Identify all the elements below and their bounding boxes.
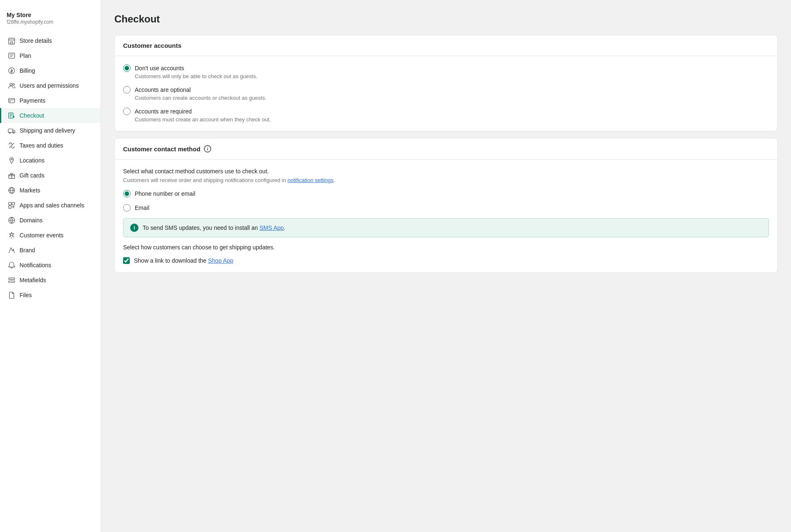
info-icon-contact[interactable]: i xyxy=(204,145,211,153)
shop-app-label[interactable]: Show a link to download the Shop App xyxy=(134,257,233,264)
sidebar-label-taxes: Taxes and duties xyxy=(20,142,63,149)
sidebar-item-checkout[interactable]: Checkout xyxy=(0,108,101,123)
radio-required[interactable] xyxy=(123,108,131,115)
sidebar-label-apps: Apps and sales channels xyxy=(20,202,84,209)
radio-optional[interactable] xyxy=(123,86,131,94)
sidebar-label-payments: Payments xyxy=(20,97,45,104)
radio-label-required[interactable]: Accounts are required xyxy=(123,108,769,115)
contact-subdesc: Customers will receive order and shippin… xyxy=(123,177,769,183)
radio-desc-required: Customers must create an account when th… xyxy=(135,116,769,123)
sidebar-label-store-details: Store details xyxy=(20,37,52,44)
sidebar-item-shipping[interactable]: Shipping and delivery xyxy=(0,123,101,138)
sidebar-item-customer-events[interactable]: Customer events xyxy=(0,228,101,243)
sidebar-item-plan[interactable]: Plan xyxy=(0,48,101,63)
contact-description: Select what contact method customers use… xyxy=(123,168,769,175)
radio-label-phone-email[interactable]: Phone number or email xyxy=(123,190,769,197)
radio-text-phone-email: Phone number or email xyxy=(135,190,195,197)
sidebar-item-taxes[interactable]: Taxes and duties xyxy=(0,138,101,153)
sidebar-label-files: Files xyxy=(20,292,32,298)
sidebar-item-domains[interactable]: Domains xyxy=(0,213,101,228)
apps-icon xyxy=(8,202,15,209)
main-content: Checkout Customer accounts Don't use acc… xyxy=(101,0,791,532)
shipping-updates-label: Select how customers can choose to get s… xyxy=(123,244,769,251)
domains-icon xyxy=(8,217,15,224)
taxes-icon xyxy=(8,142,15,149)
shop-app-link[interactable]: Shop App xyxy=(208,257,233,264)
shop-app-checkbox-row: Show a link to download the Shop App xyxy=(123,257,769,264)
radio-text-email: Email xyxy=(135,204,149,211)
sidebar-item-payments[interactable]: Payments xyxy=(0,93,101,108)
sidebar-item-locations[interactable]: Locations xyxy=(0,153,101,168)
customer-contact-body: Select what contact method customers use… xyxy=(115,160,777,272)
shop-app-checkbox[interactable] xyxy=(123,257,130,264)
radio-text-required: Accounts are required xyxy=(135,108,192,115)
sidebar-item-files[interactable]: Files xyxy=(0,288,101,303)
radio-no-accounts[interactable] xyxy=(123,64,131,72)
sidebar-label-billing: Billing xyxy=(20,67,35,74)
svg-rect-19 xyxy=(9,278,15,280)
events-icon xyxy=(8,232,15,239)
app-layout: My Store f28ffe.myshopify.com Store deta… xyxy=(0,0,791,532)
sidebar-item-users[interactable]: Users and permissions xyxy=(0,78,101,93)
sidebar-item-apps[interactable]: Apps and sales channels xyxy=(0,198,101,213)
sidebar-label-customer-events: Customer events xyxy=(20,232,64,239)
sidebar-label-markets: Markets xyxy=(20,187,40,194)
sms-text-prefix: To send SMS updates, you need to install… xyxy=(143,224,260,231)
checkout-icon xyxy=(8,112,15,119)
metafields-icon xyxy=(8,276,15,284)
gift-icon xyxy=(8,172,15,179)
sidebar-item-metafields[interactable]: Metafields xyxy=(0,273,101,288)
svg-rect-2 xyxy=(9,53,15,59)
radio-phone-email[interactable] xyxy=(123,190,131,197)
svg-point-5 xyxy=(12,84,15,86)
sms-app-link[interactable]: SMS App xyxy=(260,224,284,231)
radio-desc-no-accounts: Customers will only be able to check out… xyxy=(135,73,769,79)
svg-point-4 xyxy=(10,84,12,86)
svg-rect-6 xyxy=(9,99,15,103)
sidebar-label-users: Users and permissions xyxy=(20,82,79,89)
sidebar-label-plan: Plan xyxy=(20,52,31,59)
customer-contact-title: Customer contact method xyxy=(123,145,200,153)
radio-label-optional[interactable]: Accounts are optional xyxy=(123,86,769,94)
files-icon xyxy=(8,291,15,299)
sidebar-label-metafields: Metafields xyxy=(20,277,46,283)
sidebar-label-notifications: Notifications xyxy=(20,262,51,268)
radio-label-no-accounts[interactable]: Don't use accounts xyxy=(123,64,769,72)
sidebar-item-gift-cards[interactable]: Gift cards xyxy=(0,168,101,183)
sidebar-item-brand[interactable]: Brand xyxy=(0,243,101,258)
svg-point-10 xyxy=(9,132,10,133)
sidebar-label-domains: Domains xyxy=(20,217,42,224)
radio-text-optional: Accounts are optional xyxy=(135,86,191,93)
sidebar: My Store f28ffe.myshopify.com Store deta… xyxy=(0,0,101,532)
svg-rect-17 xyxy=(9,206,11,208)
store-icon xyxy=(8,37,15,44)
store-name: My Store xyxy=(7,12,94,18)
payments-icon xyxy=(8,97,15,104)
sidebar-item-billing[interactable]: Billing xyxy=(0,63,101,78)
radio-desc-optional: Customers can create accounts or checkou… xyxy=(135,95,769,101)
svg-rect-20 xyxy=(9,281,15,283)
shop-app-prefix: Show a link to download the xyxy=(134,257,208,264)
svg-point-12 xyxy=(11,159,12,160)
radio-option-optional: Accounts are optional Customers can crea… xyxy=(123,86,769,101)
contact-subdesc-suffix: . xyxy=(334,177,335,183)
sidebar-label-locations: Locations xyxy=(20,157,44,164)
radio-text-no-accounts: Don't use accounts xyxy=(135,65,184,71)
radio-email[interactable] xyxy=(123,204,131,212)
sidebar-item-notifications[interactable]: Notifications xyxy=(0,258,101,273)
sms-info-icon: i xyxy=(130,224,138,232)
notification-settings-link[interactable]: notification settings xyxy=(287,177,334,183)
shipping-icon xyxy=(8,127,15,134)
radio-label-email[interactable]: Email xyxy=(123,204,769,212)
svg-rect-16 xyxy=(12,202,15,205)
radio-option-phone-email: Phone number or email xyxy=(123,190,769,197)
customer-accounts-body: Don't use accounts Customers will only b… xyxy=(115,56,777,131)
sidebar-item-store-details[interactable]: Store details xyxy=(0,33,101,48)
sidebar-label-checkout: Checkout xyxy=(20,112,44,119)
brand-icon xyxy=(8,246,15,254)
sidebar-item-markets[interactable]: Markets xyxy=(0,183,101,198)
page-title: Checkout xyxy=(114,13,778,25)
sms-text-suffix: . xyxy=(284,224,285,231)
markets-icon xyxy=(8,187,15,194)
svg-rect-7 xyxy=(10,101,11,102)
